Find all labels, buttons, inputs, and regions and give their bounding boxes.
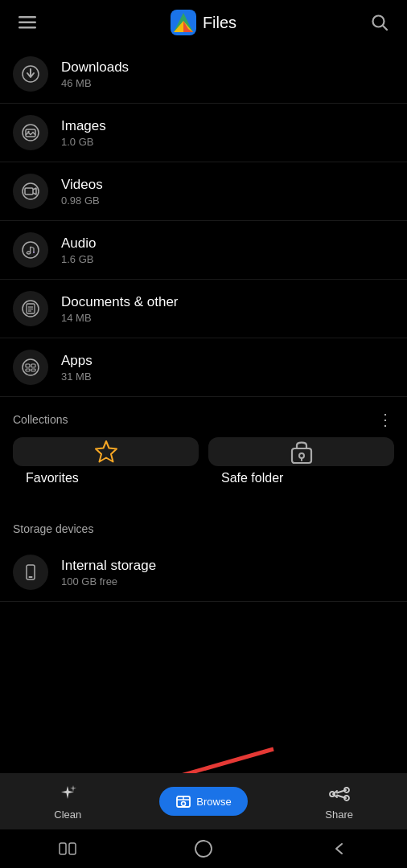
sidebar-item-audio[interactable]: Audio 1.6 GB (0, 221, 407, 280)
svg-marker-32 (96, 441, 117, 462)
downloads-size: 46 MB (61, 77, 129, 89)
app-title-group: Files (171, 10, 236, 35)
images-icon-circle (13, 115, 48, 150)
favorites-label: Favorites (13, 466, 199, 497)
collections-label: Collections (13, 413, 68, 426)
svg-rect-30 (26, 369, 30, 371)
audio-size: 1.6 GB (61, 253, 96, 265)
apps-icon-circle (13, 350, 48, 385)
back-button[interactable] (323, 833, 356, 865)
safe-folder-card[interactable] (208, 437, 394, 466)
collections-header: Collections ⋮ (0, 397, 407, 437)
collections-row: Favorites Safe folder (0, 437, 407, 510)
star-icon (92, 437, 121, 466)
internal-storage-subtitle: 100 GB free (61, 575, 156, 588)
audio-icon-circle (13, 232, 48, 268)
svg-rect-47 (60, 843, 66, 854)
videos-label: Videos (61, 177, 103, 193)
internal-storage-label: Internal storage (61, 558, 156, 574)
svg-rect-1 (18, 22, 36, 24)
internal-storage-item[interactable]: Internal storage 100 GB free (0, 543, 407, 602)
svg-rect-31 (31, 369, 35, 371)
svg-rect-29 (31, 364, 35, 367)
sidebar-item-videos[interactable]: Videos 0.98 GB (0, 162, 407, 221)
svg-rect-48 (69, 843, 76, 854)
downloads-label: Downloads (61, 59, 129, 76)
svg-point-17 (27, 252, 30, 254)
svg-point-27 (23, 359, 39, 375)
documents-label: Documents & other (61, 294, 179, 310)
files-app-icon (171, 10, 196, 35)
recent-apps-button[interactable] (51, 833, 84, 865)
apps-label: Apps (61, 353, 92, 369)
svg-rect-37 (29, 576, 33, 578)
share-label: Share (325, 809, 353, 821)
menu-button[interactable] (13, 8, 42, 37)
documents-size: 14 MB (61, 312, 179, 324)
app-title: Files (203, 14, 236, 32)
svg-point-11 (23, 125, 39, 141)
svg-rect-15 (25, 188, 33, 194)
share-icon (328, 783, 351, 805)
browse-icon (175, 793, 191, 809)
safe-folder-label: Safe folder (208, 466, 394, 497)
storage-devices-header: Storage devices (0, 510, 407, 543)
sparkle-icon (56, 783, 79, 805)
lock-icon (289, 437, 314, 466)
videos-size: 0.98 GB (61, 194, 103, 207)
browse-pill[interactable]: Browse (159, 787, 247, 816)
images-size: 1.0 GB (61, 136, 106, 148)
sidebar-item-downloads[interactable]: Downloads 46 MB (0, 45, 407, 104)
svg-rect-49 (195, 841, 212, 857)
category-list: Downloads 46 MB Images 1.0 GB V (0, 45, 407, 397)
sidebar-item-apps[interactable]: Apps 31 MB (0, 338, 407, 397)
sidebar-item-images[interactable]: Images 1.0 GB (0, 104, 407, 162)
internal-storage-icon-circle (13, 555, 48, 590)
favorites-card[interactable] (13, 437, 199, 466)
nav-item-clean[interactable]: Clean (0, 783, 136, 821)
svg-line-8 (383, 26, 387, 30)
browse-label: Browse (196, 796, 231, 808)
collections-more-button[interactable]: ⋮ (377, 410, 394, 429)
images-label: Images (61, 118, 106, 134)
downloads-icon-circle (13, 56, 48, 92)
audio-label: Audio (61, 235, 96, 252)
bottom-nav: Clean Browse Share (0, 773, 407, 829)
svg-rect-28 (26, 364, 30, 367)
top-bar: Files (0, 0, 407, 45)
nav-item-share[interactable]: Share (271, 783, 407, 821)
documents-icon-circle (13, 291, 48, 326)
svg-rect-2 (18, 27, 36, 29)
home-button[interactable] (187, 833, 220, 865)
search-button[interactable] (365, 8, 394, 37)
svg-point-42 (182, 802, 186, 806)
clean-label: Clean (54, 809, 81, 821)
apps-size: 31 MB (61, 371, 92, 383)
svg-rect-0 (18, 16, 36, 18)
videos-icon-circle (13, 174, 48, 209)
sidebar-item-documents[interactable]: Documents & other 14 MB (0, 280, 407, 338)
nav-item-browse[interactable]: Browse (136, 787, 272, 816)
storage-devices-label: Storage devices (13, 522, 93, 535)
system-nav (0, 829, 407, 868)
svg-point-21 (33, 252, 35, 253)
